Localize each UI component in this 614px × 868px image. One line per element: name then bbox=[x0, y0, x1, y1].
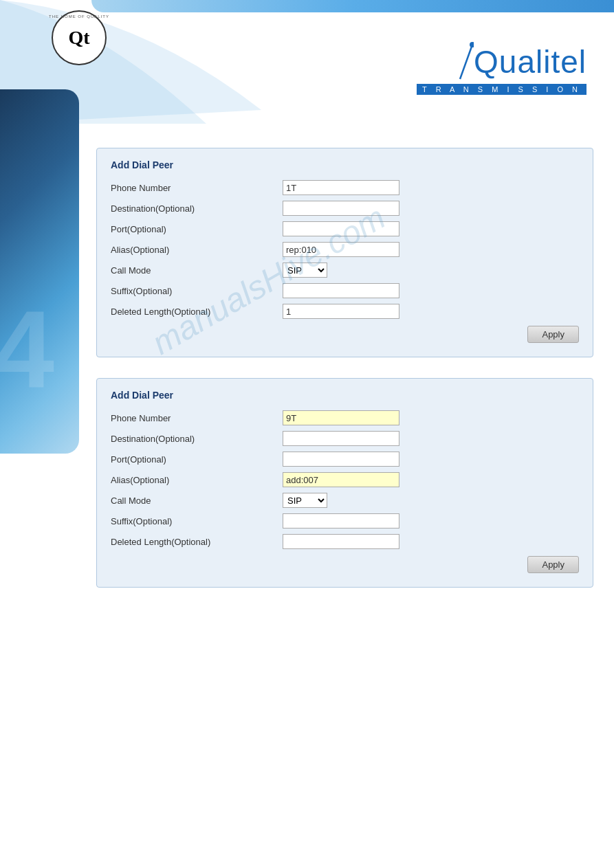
form2-destination-label: Destination(Optional) bbox=[111, 434, 283, 444]
form1-callmode-row: Call Mode SIP H323 PSTN bbox=[111, 263, 579, 278]
form2-phone-number-input[interactable] bbox=[283, 410, 399, 425]
form2-actions: Apply bbox=[111, 556, 579, 573]
form1-port-row: Port(Optional) bbox=[111, 221, 579, 236]
form2-callmode-label: Call Mode bbox=[111, 496, 283, 506]
form1-callmode-label: Call Mode bbox=[111, 265, 283, 276]
form1-title: Add Dial Peer bbox=[111, 159, 579, 170]
qualitel-arrow-icon bbox=[439, 41, 474, 82]
form2-phone-number-label: Phone Number bbox=[111, 413, 283, 423]
form2-port-row: Port(Optional) bbox=[111, 452, 579, 467]
form1-destination-row: Destination(Optional) bbox=[111, 201, 579, 216]
qualitel-transmission-text: T R A N S M I S S I O N bbox=[417, 84, 586, 95]
form2-alias-input[interactable] bbox=[283, 472, 399, 487]
form2-phone-number-row: Phone Number bbox=[111, 410, 579, 425]
form2-apply-button[interactable]: Apply bbox=[527, 556, 579, 573]
form1-port-input[interactable] bbox=[283, 221, 399, 236]
form1-apply-button[interactable]: Apply bbox=[527, 326, 579, 343]
form2-destination-row: Destination(Optional) bbox=[111, 431, 579, 446]
form2-callmode-row: Call Mode SIP H323 PSTN bbox=[111, 493, 579, 508]
form2-port-input[interactable] bbox=[283, 452, 399, 467]
form1-phone-number-label: Phone Number bbox=[111, 183, 283, 193]
form1-deleted-length-label: Deleted Length(Optional) bbox=[111, 307, 283, 317]
form1-phone-number-input[interactable] bbox=[283, 180, 399, 195]
qualitel-logo: Qualitel T R A N S M I S S I O N bbox=[417, 41, 586, 95]
form1-deleted-length-input[interactable] bbox=[283, 304, 399, 319]
form1-actions: Apply bbox=[111, 326, 579, 343]
decorative-number: 4 bbox=[0, 286, 54, 412]
form1-suffix-input[interactable] bbox=[283, 283, 399, 298]
add-dial-peer-form-1: Add Dial Peer Phone Number Destination(O… bbox=[96, 148, 593, 357]
form2-suffix-row: Suffix(Optional) bbox=[111, 513, 579, 528]
form1-destination-input[interactable] bbox=[283, 201, 399, 216]
add-dial-peer-form-2: Add Dial Peer Phone Number Destination(O… bbox=[96, 378, 593, 588]
qt-logo-letters: Qt bbox=[68, 27, 89, 49]
form1-callmode-select[interactable]: SIP H323 PSTN bbox=[283, 263, 327, 278]
form1-alias-label: Alias(Optional) bbox=[111, 245, 283, 255]
form1-port-label: Port(Optional) bbox=[111, 224, 283, 234]
form2-alias-label: Alias(Optional) bbox=[111, 475, 283, 485]
form2-alias-row: Alias(Optional) bbox=[111, 472, 579, 487]
form2-suffix-label: Suffix(Optional) bbox=[111, 516, 283, 526]
left-sidebar-decoration: 4 bbox=[0, 89, 79, 454]
form2-deleted-length-row: Deleted Length(Optional) bbox=[111, 534, 579, 549]
qualitel-brand: Qualitel bbox=[439, 41, 586, 82]
form2-deleted-length-label: Deleted Length(Optional) bbox=[111, 537, 283, 547]
form2-deleted-length-input[interactable] bbox=[283, 534, 399, 549]
qt-logo: THE HOME OF QUALITY Qt bbox=[52, 10, 107, 65]
form1-alias-row: Alias(Optional) bbox=[111, 242, 579, 257]
qt-arc-text: THE HOME OF QUALITY bbox=[49, 14, 109, 19]
form2-destination-input[interactable] bbox=[283, 431, 399, 446]
qualitel-name-text: Qualitel bbox=[474, 43, 586, 80]
form1-alias-input[interactable] bbox=[283, 242, 399, 257]
svg-line-0 bbox=[460, 45, 472, 79]
form2-suffix-input[interactable] bbox=[283, 513, 399, 528]
form1-destination-label: Destination(Optional) bbox=[111, 203, 283, 214]
form1-phone-number-row: Phone Number bbox=[111, 180, 579, 195]
form2-port-label: Port(Optional) bbox=[111, 454, 283, 465]
form1-deleted-length-row: Deleted Length(Optional) bbox=[111, 304, 579, 319]
form2-title: Add Dial Peer bbox=[111, 390, 579, 401]
main-content: Add Dial Peer Phone Number Destination(O… bbox=[96, 148, 614, 588]
form2-callmode-select[interactable]: SIP H323 PSTN bbox=[283, 493, 327, 508]
header: THE HOME OF QUALITY Qt Qualitel T R A N … bbox=[0, 0, 614, 134]
form1-suffix-row: Suffix(Optional) bbox=[111, 283, 579, 298]
form1-suffix-label: Suffix(Optional) bbox=[111, 286, 283, 296]
